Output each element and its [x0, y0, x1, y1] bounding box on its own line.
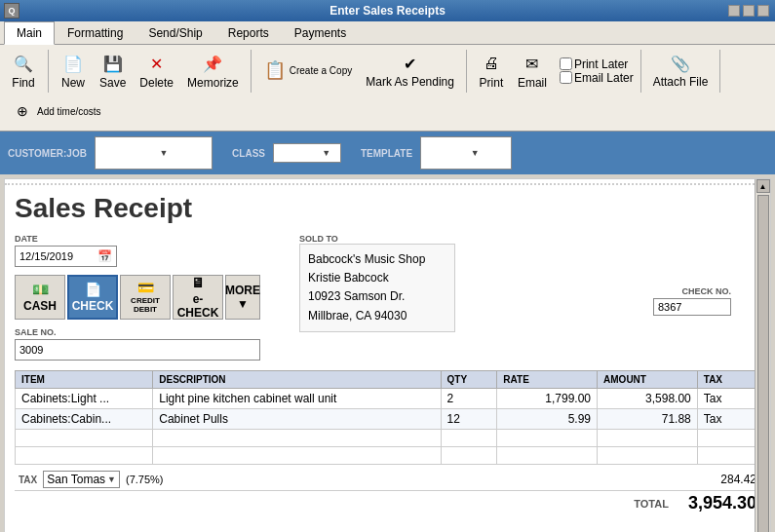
check-icon: 📄 [85, 282, 101, 297]
sold-to-line-2: Kristie Babcock [308, 269, 446, 287]
sale-no-label: SALE NO. [15, 327, 260, 337]
tax-label: TAX [19, 475, 37, 485]
cash-button[interactable]: 💵 CASH [15, 275, 65, 320]
check-no-input[interactable] [653, 298, 731, 316]
save-button[interactable]: 💾 Save [95, 49, 131, 93]
tax-amount: 284.42 [720, 473, 756, 486]
maximize-button[interactable] [743, 5, 755, 17]
footer-section: TAX San Tomas ▼ (7.75%) 284.42 TOTAL 3,9… [15, 471, 760, 515]
title-bar: Q Enter Sales Receipts [0, 0, 775, 21]
col-qty: QTY [441, 371, 497, 389]
tab-main[interactable]: Main [4, 21, 55, 45]
minimize-button[interactable] [728, 5, 740, 17]
e-check-button[interactable]: 🖥 e-CHECK [173, 275, 223, 320]
attach-file-button[interactable]: 📎 Attach File [648, 49, 714, 92]
check-no-label: CHECK NO. [653, 286, 731, 296]
total-label: TOTAL [634, 498, 669, 510]
separator-3 [466, 50, 467, 93]
row2-tax[interactable]: Tax [697, 409, 759, 430]
row2-rate[interactable]: 5.99 [497, 409, 598, 430]
row2-amount[interactable]: 71.88 [598, 409, 698, 430]
print-icon: 🖨 [480, 52, 503, 75]
tab-formatting[interactable]: Formatting [55, 21, 136, 44]
class-dropdown-arrow: ▼ [322, 148, 336, 158]
create-copy-button[interactable]: 📋 Create a Copy [258, 56, 357, 86]
more-button[interactable]: MORE ▼ [225, 275, 260, 320]
attach-file-icon: 📎 [669, 52, 692, 75]
row2-qty[interactable]: 12 [441, 409, 497, 430]
row2-description[interactable]: Cabinet Pulls [153, 409, 441, 430]
window-title: Enter Sales Receipts [329, 4, 446, 18]
form-row: DATE 📅 💵 CASH 📄 CHECK [15, 234, 760, 361]
add-time-costs-button[interactable]: ⊕ Add time/costs [6, 96, 106, 127]
delete-icon: ✕ [145, 52, 169, 75]
find-icon: 🔍 [12, 52, 35, 75]
row1-rate[interactable]: 1,799.00 [497, 389, 598, 409]
print-later-checkbox[interactable]: Print Later [560, 57, 634, 71]
new-icon: 📄 [61, 52, 85, 75]
sale-no-field: SALE NO. [15, 327, 260, 361]
class-select[interactable]: Remo... ▼ [273, 143, 341, 163]
cash-icon: 💵 [32, 282, 49, 297]
sale-no-input[interactable] [19, 344, 107, 356]
find-button[interactable]: 🔍 Find [6, 49, 41, 93]
customer-job-dropdown-arrow: ▼ [160, 148, 209, 158]
scroll-up-button[interactable]: ▲ [756, 179, 770, 193]
memorize-button[interactable]: 📌 Memorize [182, 49, 244, 93]
print-button[interactable]: 🖨 Print [474, 49, 509, 93]
date-label: DATE [15, 234, 117, 244]
add-time-costs-icon: ⊕ [11, 99, 34, 123]
col-tax: TAX [697, 371, 759, 389]
customer-job-label: CUSTOMER:JOB [8, 148, 87, 159]
scroll-thumb[interactable] [757, 195, 769, 532]
separator-2 [251, 50, 252, 93]
tab-send-ship[interactable]: Send/Ship [136, 21, 214, 44]
customer-job-select[interactable]: Babcock's Musi... ▼ [95, 136, 213, 170]
tab-payments[interactable]: Payments [282, 21, 359, 44]
items-table: ITEM DESCRIPTION QTY RATE AMOUNT TAX Cab… [15, 370, 760, 465]
sold-to-box[interactable]: Babcock's Music Shop Kristie Babcock 109… [299, 244, 455, 332]
table-row-empty-1 [16, 430, 760, 447]
tax-region-select[interactable]: San Tomas ▼ [43, 471, 120, 488]
credit-debit-button[interactable]: 💳 CREDIT DEBIT [120, 275, 171, 320]
sold-to-line-4: Millbrae, CA 94030 [308, 307, 446, 325]
torn-edge-top [5, 179, 755, 185]
date-saleno-row: DATE 📅 [15, 234, 260, 267]
payment-buttons: 💵 CASH 📄 CHECK 💳 CREDIT DEBIT 🖥 e-CHECK [15, 275, 260, 320]
memorize-icon: 📌 [201, 52, 224, 75]
row1-qty[interactable]: 2 [441, 389, 497, 409]
mark-pending-button[interactable]: ✔ Mark As Pending [361, 49, 459, 92]
email-button[interactable]: ✉ Email [513, 49, 552, 93]
check-button[interactable]: 📄 CHECK [67, 275, 118, 320]
delete-button[interactable]: ✕ Delete [135, 49, 178, 93]
row2-item[interactable]: Cabinets:Cabin... [16, 409, 153, 430]
row1-tax[interactable]: Tax [697, 389, 759, 409]
check-no-section: CHECK NO. [653, 286, 731, 316]
tax-percent: (7.75%) [126, 474, 164, 485]
table-row: Cabinets:Light ... Light pine kitchen ca… [16, 389, 760, 409]
email-later-checkbox[interactable]: Email Later [560, 71, 634, 85]
save-icon: 💾 [101, 52, 125, 75]
tab-reports[interactable]: Reports [215, 21, 282, 44]
row1-description[interactable]: Light pine kitchen cabinet wall unit [153, 389, 441, 409]
mark-pending-icon: ✔ [399, 52, 422, 75]
table-header-row: ITEM DESCRIPTION QTY RATE AMOUNT TAX [16, 371, 760, 389]
date-field: DATE 📅 [15, 234, 117, 267]
close-button[interactable] [757, 5, 769, 17]
toolbar: 🔍 Find 📄 New 💾 Save ✕ Delete 📌 Memorize … [0, 45, 775, 132]
tax-dropdown-arrow: ▼ [107, 475, 116, 484]
col-amount: AMOUNT [598, 371, 698, 389]
template-select[interactable]: Custom Sa... ▼ [420, 136, 512, 170]
calendar-icon[interactable]: 📅 [97, 249, 112, 263]
window-icon: Q [4, 3, 19, 19]
col-item: ITEM [16, 371, 153, 389]
date-input[interactable] [19, 250, 97, 262]
print-email-options: Print Later Email Later [560, 57, 634, 85]
new-button[interactable]: 📄 New [56, 49, 91, 93]
row1-item[interactable]: Cabinets:Light ... [16, 389, 153, 409]
total-amount: 3,954.30 [688, 493, 756, 513]
total-row: TOTAL 3,954.30 [15, 490, 760, 515]
receipt-title: Sales Receipt [15, 193, 760, 224]
row1-amount[interactable]: 3,598.00 [598, 389, 698, 409]
col-description: DESCRIPTION [153, 371, 441, 389]
